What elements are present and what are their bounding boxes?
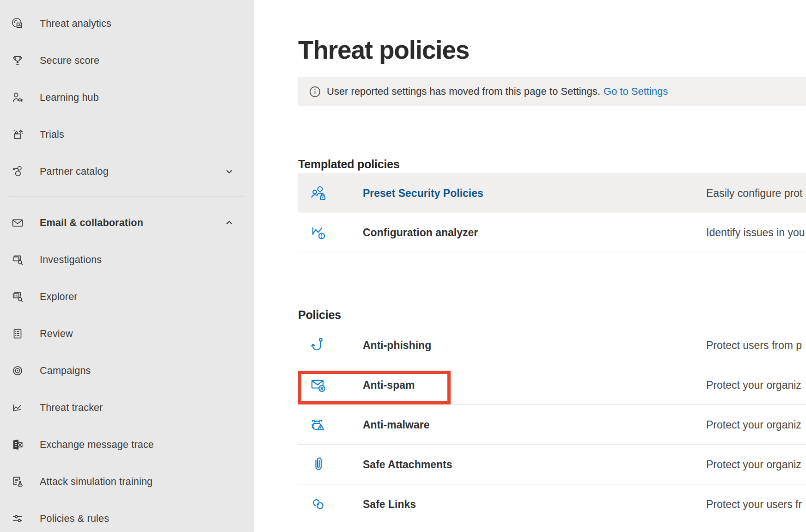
- sidebar-item-partner-catalog[interactable]: Partner catalog: [0, 153, 254, 190]
- sidebar-item-exchange-message-trace[interactable]: Exchange message trace: [0, 426, 254, 463]
- safe-links-icon: [309, 495, 328, 514]
- section-heading-policies: Policies: [298, 308, 341, 322]
- sidebar-item-label: Review: [40, 328, 73, 340]
- sidebar-item-label: Learning hub: [40, 92, 99, 104]
- sidebar: Threat analytics Secure score: [0, 0, 254, 532]
- banner-message: User reported settings has moved from th…: [327, 86, 600, 98]
- row-label[interactable]: Preset Security Policies: [363, 187, 483, 199]
- safe-attachments-icon: [309, 455, 328, 474]
- sidebar-item-label: Explorer: [40, 291, 78, 303]
- chevron-up-icon[interactable]: [225, 219, 233, 227]
- sidebar-divider: [9, 196, 244, 196]
- page-title: Threat policies: [298, 36, 469, 64]
- sidebar-item-attack-simulation-training[interactable]: Attack simulation training: [0, 463, 254, 500]
- email-icon: [11, 216, 24, 230]
- trials-icon: [11, 128, 24, 141]
- row-label: Anti-spam: [363, 379, 415, 391]
- sidebar-item-label: Threat analytics: [40, 18, 111, 30]
- threat-tracker-icon: [11, 401, 24, 415]
- info-icon: [309, 86, 321, 98]
- sidebar-item-investigations[interactable]: Investigations: [0, 241, 254, 278]
- threat-policies-page: Threat analytics Secure score: [0, 0, 806, 532]
- row-safe-attachments[interactable]: Safe Attachments Protect your organiz: [298, 445, 806, 484]
- anti-spam-icon: [309, 376, 328, 394]
- row-description: Protect your organiz: [706, 458, 801, 471]
- sidebar-item-label: Partner catalog: [40, 166, 109, 177]
- sidebar-item-threat-analytics[interactable]: Threat analytics: [0, 5, 254, 42]
- sidebar-item-trials[interactable]: Trials: [0, 116, 254, 153]
- row-description: Protect users from p: [706, 339, 802, 351]
- sidebar-item-review[interactable]: Review: [0, 315, 254, 352]
- policies-rules-icon: [11, 512, 24, 526]
- row-anti-phishing[interactable]: Anti-phishing Protect users from p: [298, 325, 806, 365]
- exchange-icon: [11, 438, 24, 452]
- anti-malware-icon: [309, 416, 328, 434]
- attack-simulation-icon: [11, 475, 24, 489]
- partner-catalog-icon: [11, 165, 24, 178]
- sidebar-item-email-collaboration[interactable]: Email & collaboration: [0, 204, 254, 241]
- row-description: Protect your organiz: [706, 418, 801, 431]
- go-to-settings-link[interactable]: Go to Settings: [604, 86, 668, 98]
- review-icon: [11, 327, 24, 341]
- anti-phishing-icon: [309, 336, 328, 355]
- sidebar-item-label: Email & collaboration: [40, 217, 143, 229]
- row-anti-malware[interactable]: Anti-malware Protect your organiz: [298, 405, 806, 445]
- row-label: Safe Attachments: [363, 458, 452, 471]
- sidebar-item-label: Campaigns: [40, 365, 91, 377]
- investigations-icon: [11, 253, 24, 267]
- sidebar-item-label: Exchange message trace: [40, 439, 154, 451]
- secure-score-icon: [11, 54, 24, 67]
- row-safe-links[interactable]: Safe Links Protect your users fr: [298, 484, 806, 524]
- configuration-analyzer-icon: [309, 223, 328, 242]
- row-description: Protect your organiz: [706, 379, 801, 391]
- sidebar-item-secure-score[interactable]: Secure score: [0, 42, 254, 79]
- sidebar-item-policies-rules[interactable]: Policies & rules: [0, 500, 254, 532]
- row-label: Safe Links: [363, 498, 416, 510]
- preset-security-icon: [309, 184, 328, 202]
- row-label: Configuration analyzer: [363, 226, 478, 238]
- row-label: Anti-phishing: [363, 339, 431, 351]
- sidebar-item-explorer[interactable]: Explorer: [0, 278, 254, 315]
- section-heading-templated-policies: Templated policies: [298, 158, 400, 171]
- row-label: Anti-malware: [363, 418, 429, 431]
- sidebar-item-learning-hub[interactable]: Learning hub: [0, 79, 254, 116]
- learning-hub-icon: [11, 91, 24, 104]
- sidebar-item-campaigns[interactable]: Campaigns: [0, 352, 254, 389]
- row-anti-spam[interactable]: Anti-spam Protect your organiz: [298, 365, 806, 405]
- sidebar-item-label: Threat tracker: [40, 402, 103, 414]
- campaigns-icon: [11, 364, 24, 378]
- row-description: Easily configure prot: [706, 187, 802, 199]
- explorer-icon: [11, 290, 24, 304]
- threat-analytics-icon: [11, 17, 24, 31]
- row-description: Identify issues in you: [706, 226, 805, 238]
- sidebar-item-threat-tracker[interactable]: Threat tracker: [0, 389, 254, 426]
- row-preset-security-policies[interactable]: Preset Security Policies Easily configur…: [298, 173, 806, 213]
- sidebar-item-label: Attack simulation training: [40, 476, 153, 488]
- sidebar-item-label: Secure score: [40, 55, 99, 67]
- sidebar-item-label: Investigations: [40, 254, 102, 266]
- sidebar-item-label: Trials: [40, 129, 64, 141]
- row-description: Protect your users fr: [706, 498, 802, 510]
- chevron-down-icon[interactable]: [225, 167, 233, 176]
- sidebar-item-label: Policies & rules: [40, 513, 109, 525]
- info-banner: User reported settings has moved from th…: [298, 77, 806, 106]
- row-configuration-analyzer[interactable]: Configuration analyzer Identify issues i…: [298, 213, 806, 252]
